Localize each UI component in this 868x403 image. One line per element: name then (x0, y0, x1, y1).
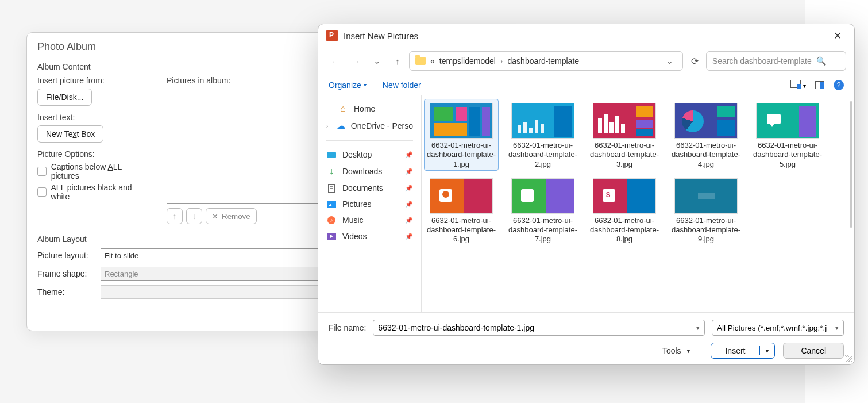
nav-recent-button[interactable]: ⌄ (368, 52, 386, 70)
pin-icon[interactable]: 📌 (405, 168, 413, 175)
search-input[interactable]: Search dashboard-template 🔍 (706, 51, 846, 71)
chevron-down-icon: ▾ (835, 324, 839, 332)
sidebar-item-documents[interactable]: Documents📌 (318, 180, 421, 196)
chevron-right-icon: › (500, 56, 503, 66)
cloud-icon: ☁ (337, 121, 345, 131)
sidebar-item-downloads[interactable]: ↓Downloads📌 (318, 163, 421, 180)
arrow-right-icon: → (352, 56, 361, 66)
file-name-label: File name: (329, 323, 366, 332)
new-folder-button[interactable]: New folder (383, 80, 421, 90)
sidebar-item-music[interactable]: ♪Music📌 (318, 212, 421, 228)
captions-checkbox[interactable] (37, 167, 47, 176)
resize-grip[interactable] (845, 355, 852, 362)
preview-pane-button[interactable] (815, 81, 824, 89)
file-item[interactable]: 6632-01-metro-ui-dashboard-template-4.jp… (669, 99, 743, 171)
pin-icon[interactable]: 📌 (405, 185, 413, 192)
chevron-down-icon: ▾ (364, 82, 367, 88)
sidebar-item-videos[interactable]: Videos📌 (318, 228, 421, 244)
pin-icon[interactable]: 📌 (405, 233, 413, 240)
breadcrumb[interactable]: « tempslidemodel › dashboard-template ⌄ (409, 51, 683, 71)
breadcrumb-item[interactable]: tempslidemodel (439, 56, 496, 66)
file-name: 6632-01-metro-ui-dashboard-template-5.jp… (752, 141, 823, 169)
cancel-button[interactable]: Cancel (783, 343, 844, 359)
file-item[interactable]: 6632-01-metro-ui-dashboard-template-2.jp… (506, 99, 580, 171)
document-icon (328, 184, 335, 193)
thumbnail (593, 103, 656, 139)
chevron-down-icon[interactable]: ▾ (696, 324, 700, 332)
captions-label: Captions below ALL pictures (51, 162, 149, 181)
thumbnail (511, 103, 574, 139)
file-item[interactable]: 6632-01-metro-ui-dashboard-template-7.jp… (506, 174, 580, 246)
dialog-title: Insert New Pictures (344, 31, 823, 41)
pin-icon[interactable]: 📌 (405, 201, 413, 208)
folder-icon (415, 57, 426, 65)
close-button[interactable]: ✕ (829, 28, 846, 44)
insert-split-button[interactable]: ▼ (759, 346, 775, 355)
pin-icon[interactable]: 📌 (405, 151, 413, 159)
powerpoint-icon (326, 30, 338, 41)
nav-up-button[interactable]: ↑ (388, 52, 407, 70)
view-icon (790, 80, 801, 88)
insert-picture-from-label: Insert picture from: (37, 76, 149, 85)
video-icon (327, 233, 336, 240)
file-item[interactable]: 6632-01-metro-ui-dashboard-template-1.jp… (424, 99, 499, 171)
desktop-icon (327, 152, 336, 158)
nav-forward-button[interactable]: → (347, 52, 365, 70)
file-disk-button[interactable]: File/Disk... (37, 89, 92, 106)
move-down-button[interactable]: ↓ (186, 208, 202, 224)
pictures-icon (327, 201, 336, 208)
download-icon: ↓ (326, 166, 337, 176)
frame-shape-label: Frame shape: (37, 269, 95, 278)
close-icon: ✕ (834, 30, 842, 41)
sidebar-item-onedrive[interactable]: ›☁OneDrive - Perso (318, 117, 421, 135)
tools-menu[interactable]: Tools▼ (662, 346, 692, 355)
theme-label: Theme: (37, 287, 95, 297)
sidebar-item-home[interactable]: ⌂Home (318, 100, 421, 117)
sidebar-item-pictures[interactable]: Pictures📌 (318, 196, 421, 212)
chevron-down-icon: ▼ (686, 348, 692, 354)
file-type-filter[interactable]: All Pictures (*.emf;*.wmf;*.jpg;*.j▾ (712, 320, 844, 336)
arrow-up-icon: ↑ (395, 56, 400, 66)
file-item[interactable]: 6632-01-metro-ui-dashboard-template-9.jp… (669, 174, 743, 246)
file-name: 6632-01-metro-ui-dashboard-template-4.jp… (670, 141, 742, 169)
file-item[interactable]: 6632-01-metro-ui-dashboard-template-8.jp… (587, 174, 662, 246)
chevron-down-icon[interactable]: ⌄ (663, 56, 677, 66)
chevron-right-icon[interactable]: › (326, 123, 331, 129)
refresh-icon: ⟳ (691, 56, 699, 67)
black-white-checkbox[interactable] (37, 187, 47, 197)
picture-layout-label: Picture layout: (37, 251, 95, 260)
search-icon: 🔍 (816, 56, 826, 66)
arrow-up-icon: ↑ (173, 212, 177, 221)
music-icon: ♪ (327, 216, 335, 224)
file-item[interactable]: 6632-01-metro-ui-dashboard-template-6.jp… (424, 174, 499, 246)
thumbnail (674, 178, 738, 214)
nav-back-button[interactable]: ← (326, 52, 345, 70)
file-item[interactable]: 6632-01-metro-ui-dashboard-template-5.jp… (750, 99, 825, 171)
view-mode-button[interactable]: ▾ (790, 80, 806, 90)
thumbnail (430, 178, 493, 214)
chevron-down-icon: ▼ (765, 348, 770, 354)
organize-menu[interactable]: Organize▾ (329, 80, 367, 90)
move-up-button[interactable]: ↑ (167, 208, 183, 224)
thumbnail (674, 103, 738, 139)
thumbnail (511, 178, 574, 214)
file-item[interactable]: 6632-01-metro-ui-dashboard-template-3.jp… (587, 99, 662, 171)
file-name-input[interactable]: 6632-01-metro-ui-dashboard-template-1.jp… (373, 320, 705, 336)
black-white-label: ALL pictures black and white (51, 183, 149, 201)
refresh-button[interactable]: ⟳ (685, 52, 704, 70)
insert-text-label: Insert text: (37, 113, 149, 122)
breadcrumb-item[interactable]: dashboard-template (508, 56, 580, 66)
insert-button[interactable]: Insert▼ (711, 343, 775, 359)
file-name: 6632-01-metro-ui-dashboard-template-1.jp… (426, 141, 497, 169)
new-text-box-button[interactable]: New Text Box (37, 125, 103, 143)
help-button[interactable]: ? (834, 80, 844, 90)
pin-icon[interactable]: 📌 (405, 217, 413, 224)
file-name: 6632-01-metro-ui-dashboard-template-6.jp… (426, 216, 497, 244)
remove-x-icon: ✕ (212, 212, 218, 221)
file-name: 6632-01-metro-ui-dashboard-template-3.jp… (589, 141, 660, 169)
remove-button[interactable]: ✕Remove (206, 208, 257, 224)
divider (326, 140, 413, 141)
file-list[interactable]: 6632-01-metro-ui-dashboard-template-1.jp… (422, 95, 854, 312)
file-name: 6632-01-metro-ui-dashboard-template-7.jp… (507, 216, 578, 244)
sidebar-item-desktop[interactable]: Desktop📌 (318, 147, 421, 163)
